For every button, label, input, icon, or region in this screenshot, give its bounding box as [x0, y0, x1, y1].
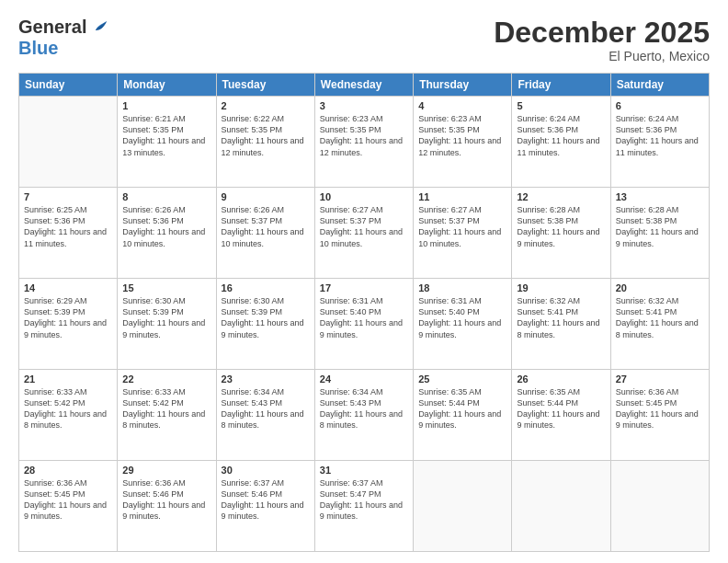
logo: General Blue [18, 17, 108, 59]
day-number: 25 [418, 373, 506, 385]
calendar-cell: 6Sunrise: 6:24 AMSunset: 5:36 PMDaylight… [610, 97, 709, 188]
calendar-cell: 28Sunrise: 6:36 AMSunset: 5:45 PMDayligh… [19, 461, 118, 552]
day-info: Sunrise: 6:23 AMSunset: 5:35 PMDaylight:… [320, 113, 408, 158]
day-number: 23 [222, 373, 310, 385]
calendar-cell: 29Sunrise: 6:36 AMSunset: 5:46 PMDayligh… [118, 461, 216, 552]
day-info: Sunrise: 6:22 AMSunset: 5:35 PMDaylight:… [222, 113, 310, 158]
calendar-cell: 8Sunrise: 6:26 AMSunset: 5:36 PMDaylight… [118, 188, 216, 279]
calendar-cell: 19Sunrise: 6:32 AMSunset: 5:41 PMDayligh… [512, 279, 610, 370]
day-info: Sunrise: 6:37 AMSunset: 5:46 PMDaylight:… [222, 477, 310, 523]
weekday-header: Friday [512, 74, 610, 97]
weekday-header: Wednesday [314, 74, 413, 97]
calendar-cell: 27Sunrise: 6:36 AMSunset: 5:45 PMDayligh… [610, 370, 709, 461]
day-info: Sunrise: 6:26 AMSunset: 5:37 PMDaylight:… [222, 204, 310, 249]
day-number: 6 [616, 100, 704, 111]
day-info: Sunrise: 6:32 AMSunset: 5:41 PMDaylight:… [616, 295, 704, 340]
calendar-cell: 13Sunrise: 6:28 AMSunset: 5:38 PMDayligh… [610, 188, 709, 279]
day-number: 24 [320, 373, 408, 385]
calendar-cell: 18Sunrise: 6:31 AMSunset: 5:40 PMDayligh… [414, 279, 512, 370]
calendar-cell [512, 461, 610, 552]
calendar-cell: 24Sunrise: 6:34 AMSunset: 5:43 PMDayligh… [314, 370, 413, 461]
day-info: Sunrise: 6:35 AMSunset: 5:44 PMDaylight:… [517, 386, 605, 431]
day-number: 29 [122, 465, 210, 476]
calendar-week-row: 14Sunrise: 6:29 AMSunset: 5:39 PMDayligh… [19, 279, 710, 370]
day-number: 12 [517, 191, 605, 202]
day-info: Sunrise: 6:25 AMSunset: 5:36 PMDaylight:… [24, 204, 112, 249]
day-info: Sunrise: 6:28 AMSunset: 5:38 PMDaylight:… [616, 204, 704, 249]
logo-blue-text: Blue [18, 38, 58, 58]
title-area: December 2025 El Puerto, Mexico [494, 17, 710, 63]
logo-bird-icon [88, 17, 108, 38]
day-number: 30 [222, 465, 310, 476]
calendar: SundayMondayTuesdayWednesdayThursdayFrid… [18, 73, 710, 552]
day-number: 28 [24, 465, 112, 476]
calendar-cell: 2Sunrise: 6:22 AMSunset: 5:35 PMDaylight… [216, 97, 314, 188]
calendar-week-row: 28Sunrise: 6:36 AMSunset: 5:45 PMDayligh… [19, 461, 710, 552]
calendar-cell: 10Sunrise: 6:27 AMSunset: 5:37 PMDayligh… [314, 188, 413, 279]
calendar-cell: 9Sunrise: 6:26 AMSunset: 5:37 PMDaylight… [216, 188, 314, 279]
day-info: Sunrise: 6:32 AMSunset: 5:41 PMDaylight:… [517, 295, 605, 340]
calendar-cell: 23Sunrise: 6:34 AMSunset: 5:43 PMDayligh… [216, 370, 314, 461]
day-number: 21 [24, 373, 112, 385]
header: General Blue December 2025 El Puerto, Me… [18, 17, 710, 63]
day-info: Sunrise: 6:21 AMSunset: 5:35 PMDaylight:… [122, 113, 210, 158]
day-number: 17 [320, 282, 408, 293]
day-info: Sunrise: 6:28 AMSunset: 5:38 PMDaylight:… [517, 204, 605, 249]
calendar-cell: 16Sunrise: 6:30 AMSunset: 5:39 PMDayligh… [216, 279, 314, 370]
calendar-cell: 31Sunrise: 6:37 AMSunset: 5:47 PMDayligh… [314, 461, 413, 552]
day-info: Sunrise: 6:36 AMSunset: 5:45 PMDaylight:… [616, 386, 704, 431]
day-info: Sunrise: 6:36 AMSunset: 5:46 PMDaylight:… [122, 477, 210, 523]
day-info: Sunrise: 6:34 AMSunset: 5:43 PMDaylight:… [222, 386, 310, 431]
day-info: Sunrise: 6:37 AMSunset: 5:47 PMDaylight:… [320, 477, 408, 523]
day-number: 4 [418, 100, 506, 111]
day-info: Sunrise: 6:31 AMSunset: 5:40 PMDaylight:… [320, 295, 408, 340]
calendar-cell: 17Sunrise: 6:31 AMSunset: 5:40 PMDayligh… [314, 279, 413, 370]
day-info: Sunrise: 6:24 AMSunset: 5:36 PMDaylight:… [616, 113, 704, 158]
day-info: Sunrise: 6:33 AMSunset: 5:42 PMDaylight:… [122, 386, 210, 431]
day-number: 19 [517, 282, 605, 293]
calendar-cell: 30Sunrise: 6:37 AMSunset: 5:46 PMDayligh… [216, 461, 314, 552]
day-number: 15 [122, 282, 210, 293]
logo-general-text: General [18, 17, 86, 38]
calendar-cell: 3Sunrise: 6:23 AMSunset: 5:35 PMDaylight… [314, 97, 413, 188]
calendar-cell: 11Sunrise: 6:27 AMSunset: 5:37 PMDayligh… [414, 188, 512, 279]
calendar-cell: 14Sunrise: 6:29 AMSunset: 5:39 PMDayligh… [19, 279, 118, 370]
day-info: Sunrise: 6:36 AMSunset: 5:45 PMDaylight:… [24, 477, 112, 523]
weekday-header: Monday [118, 74, 216, 97]
calendar-week-row: 7Sunrise: 6:25 AMSunset: 5:36 PMDaylight… [19, 188, 710, 279]
day-info: Sunrise: 6:30 AMSunset: 5:39 PMDaylight:… [222, 295, 310, 340]
page: General Blue December 2025 El Puerto, Me… [0, 0, 728, 563]
calendar-cell: 20Sunrise: 6:32 AMSunset: 5:41 PMDayligh… [610, 279, 709, 370]
day-number: 1 [122, 100, 210, 111]
calendar-cell: 26Sunrise: 6:35 AMSunset: 5:44 PMDayligh… [512, 370, 610, 461]
day-info: Sunrise: 6:31 AMSunset: 5:40 PMDaylight:… [418, 295, 506, 340]
calendar-week-row: 21Sunrise: 6:33 AMSunset: 5:42 PMDayligh… [19, 370, 710, 461]
calendar-cell: 4Sunrise: 6:23 AMSunset: 5:35 PMDaylight… [414, 97, 512, 188]
weekday-header: Saturday [610, 74, 709, 97]
location: El Puerto, Mexico [494, 49, 710, 63]
day-number: 2 [222, 100, 310, 111]
day-number: 18 [418, 282, 506, 293]
calendar-cell: 15Sunrise: 6:30 AMSunset: 5:39 PMDayligh… [118, 279, 216, 370]
day-info: Sunrise: 6:27 AMSunset: 5:37 PMDaylight:… [418, 204, 506, 249]
calendar-cell: 12Sunrise: 6:28 AMSunset: 5:38 PMDayligh… [512, 188, 610, 279]
calendar-cell: 21Sunrise: 6:33 AMSunset: 5:42 PMDayligh… [19, 370, 118, 461]
calendar-cell: 1Sunrise: 6:21 AMSunset: 5:35 PMDaylight… [118, 97, 216, 188]
day-info: Sunrise: 6:24 AMSunset: 5:36 PMDaylight:… [517, 113, 605, 158]
day-number: 16 [222, 282, 310, 293]
calendar-cell: 22Sunrise: 6:33 AMSunset: 5:42 PMDayligh… [118, 370, 216, 461]
day-number: 22 [122, 373, 210, 385]
day-number: 5 [517, 100, 605, 111]
day-number: 7 [24, 191, 112, 202]
day-info: Sunrise: 6:33 AMSunset: 5:42 PMDaylight:… [24, 386, 112, 431]
day-number: 31 [320, 465, 408, 476]
month-title: December 2025 [494, 17, 710, 49]
day-info: Sunrise: 6:26 AMSunset: 5:36 PMDaylight:… [122, 204, 210, 249]
day-number: 10 [320, 191, 408, 202]
calendar-cell [414, 461, 512, 552]
day-info: Sunrise: 6:27 AMSunset: 5:37 PMDaylight:… [320, 204, 408, 249]
day-info: Sunrise: 6:29 AMSunset: 5:39 PMDaylight:… [24, 295, 112, 340]
day-number: 26 [517, 373, 605, 385]
day-info: Sunrise: 6:23 AMSunset: 5:35 PMDaylight:… [418, 113, 506, 158]
calendar-week-row: 1Sunrise: 6:21 AMSunset: 5:35 PMDaylight… [19, 97, 710, 188]
